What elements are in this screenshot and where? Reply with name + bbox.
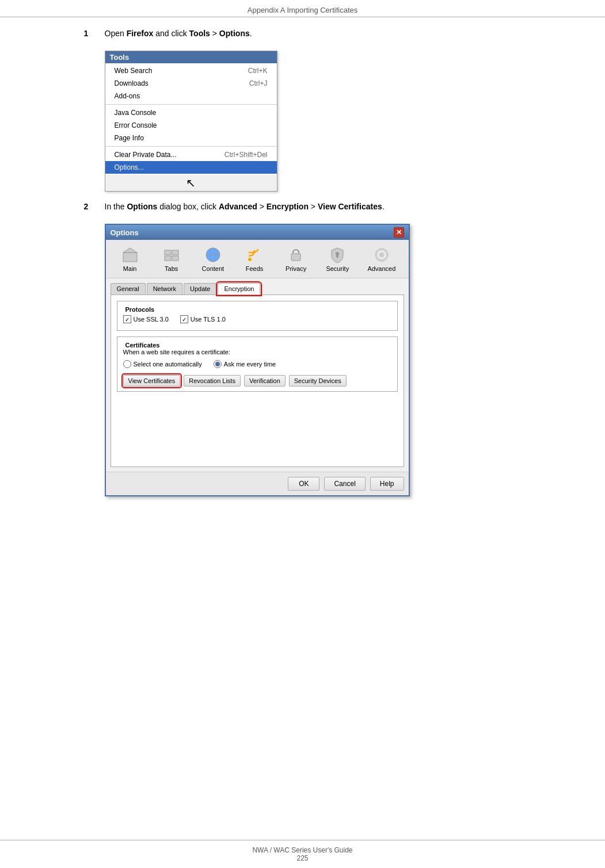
chapter-title: Appendix A Importing Certificates bbox=[248, 6, 358, 14]
step-number-1: 1 bbox=[84, 29, 96, 38]
toolbar-tabs[interactable]: Tabs bbox=[154, 243, 189, 274]
menu-cursor-area: ↖ bbox=[105, 175, 277, 191]
tls-checkbox[interactable]: ✓ bbox=[180, 315, 188, 323]
toolbar-privacy-label: Privacy bbox=[286, 265, 306, 272]
toolbar-security-label: Security bbox=[326, 265, 349, 272]
page-footer: NWA / WAC Series User's Guide 225 bbox=[0, 840, 605, 868]
svg-rect-4 bbox=[165, 256, 171, 261]
tab-general[interactable]: General bbox=[111, 283, 146, 295]
ssl-checkbox[interactable]: ✓ bbox=[123, 315, 131, 323]
svg-rect-3 bbox=[172, 250, 178, 255]
svg-rect-12 bbox=[336, 255, 338, 258]
tls-label: ✓ Use TLS 1.0 bbox=[180, 315, 226, 323]
toolbar-main[interactable]: Main bbox=[113, 243, 147, 274]
toolbar-advanced-label: Advanced bbox=[367, 265, 395, 272]
firefox-tools-menu: Tools Web Search Ctrl+K Downloads Ctrl+J… bbox=[105, 51, 277, 192]
options-tabs: General Network Update Encryption bbox=[111, 283, 404, 295]
cert-prompt: When a web site requires a certificate: bbox=[123, 349, 391, 355]
radio-ask-label: Ask me every time bbox=[214, 360, 276, 368]
ok-button[interactable]: OK bbox=[288, 477, 319, 491]
menu-item-clearprivate[interactable]: Clear Private Data... Ctrl+Shift+Del bbox=[105, 148, 277, 161]
menu-separator-2 bbox=[105, 146, 277, 147]
tab-encryption[interactable]: Encryption bbox=[218, 283, 260, 295]
revocation-lists-button[interactable]: Revocation Lists bbox=[184, 375, 241, 387]
tab-update[interactable]: Update bbox=[184, 283, 216, 295]
help-button[interactable]: Help bbox=[370, 477, 404, 491]
menu-item-websearch[interactable]: Web Search Ctrl+K bbox=[105, 64, 277, 77]
certificates-legend: Certificates bbox=[123, 342, 391, 349]
tab-content-encryption: Protocols ✓ Use SSL 3.0 ✓ Use TLS 1.0 bbox=[111, 295, 404, 467]
options-title: Options bbox=[111, 228, 139, 237]
content-icon bbox=[204, 246, 222, 264]
options-dialog: Options ✕ Main bbox=[105, 224, 410, 496]
toolbar-feeds-label: Feeds bbox=[246, 265, 264, 272]
options-titlebar: Options ✕ bbox=[106, 225, 409, 240]
screenshot-tools-menu: Tools Web Search Ctrl+K Downloads Ctrl+J… bbox=[105, 51, 522, 192]
svg-marker-1 bbox=[123, 248, 137, 253]
screenshot-options-dialog: Options ✕ Main bbox=[105, 224, 522, 496]
tab-network[interactable]: Network bbox=[147, 283, 182, 295]
page-number: 225 bbox=[0, 854, 605, 862]
verification-button[interactable]: Verification bbox=[244, 375, 286, 387]
step-1: 1 Open Firefox and click Tools > Options… bbox=[84, 29, 522, 38]
step-text-1: Open Firefox and click Tools > Options. bbox=[105, 29, 522, 38]
menu-item-pageinfo[interactable]: Page Info bbox=[105, 132, 277, 144]
toolbar-main-label: Main bbox=[123, 265, 137, 272]
certificates-group: Certificates When a web site requires a … bbox=[117, 337, 398, 392]
advanced-icon bbox=[372, 246, 391, 264]
radio-auto[interactable] bbox=[123, 360, 131, 368]
svg-rect-2 bbox=[165, 250, 171, 255]
cursor-icon: ↖ bbox=[186, 176, 196, 190]
toolbar-content[interactable]: Content bbox=[196, 243, 230, 274]
protocols-legend: Protocols bbox=[123, 306, 391, 313]
protocols-group: Protocols ✓ Use SSL 3.0 ✓ Use TLS 1.0 bbox=[117, 301, 398, 331]
toolbar-content-label: Content bbox=[202, 265, 225, 272]
feeds-icon bbox=[245, 246, 264, 264]
svg-rect-0 bbox=[123, 253, 137, 262]
cancel-button[interactable]: Cancel bbox=[324, 477, 365, 491]
cert-buttons: View Certificates Revocation Lists Verif… bbox=[123, 375, 391, 387]
security-devices-button[interactable]: Security Devices bbox=[289, 375, 347, 387]
radio-ask[interactable] bbox=[214, 360, 222, 368]
svg-point-9 bbox=[248, 258, 252, 261]
main-icon bbox=[121, 246, 139, 264]
svg-point-14 bbox=[379, 253, 384, 257]
svg-rect-5 bbox=[172, 256, 178, 261]
menu-body: Web Search Ctrl+K Downloads Ctrl+J Add-o… bbox=[105, 63, 277, 175]
radio-auto-label: Select one automatically bbox=[123, 360, 202, 368]
step-number-2: 2 bbox=[84, 202, 96, 211]
ssl-label: ✓ Use SSL 3.0 bbox=[123, 315, 169, 323]
page-header: Appendix A Importing Certificates bbox=[0, 0, 605, 17]
privacy-icon bbox=[287, 246, 305, 264]
tabs-icon bbox=[162, 246, 181, 264]
menu-titlebar: Tools bbox=[105, 51, 277, 63]
options-body: General Network Update Encryption bbox=[106, 278, 409, 472]
menu-item-addons[interactable]: Add-ons bbox=[105, 90, 277, 102]
cert-radio-row: Select one automatically Ask me every ti… bbox=[123, 358, 391, 370]
toolbar-feeds[interactable]: Feeds bbox=[237, 243, 272, 274]
footer-series: NWA / WAC Series User's Guide bbox=[0, 846, 605, 854]
options-footer: OK Cancel Help bbox=[106, 472, 409, 495]
toolbar-security[interactable]: Security bbox=[320, 243, 355, 274]
step-text-2: In the Options dialog box, click Advance… bbox=[105, 202, 522, 211]
close-button[interactable]: ✕ bbox=[394, 227, 404, 238]
menu-separator-1 bbox=[105, 104, 277, 105]
toolbar-privacy[interactable]: Privacy bbox=[279, 243, 313, 274]
menu-item-errorconsole[interactable]: Error Console bbox=[105, 119, 277, 132]
menu-item-javaconsole[interactable]: Java Console bbox=[105, 106, 277, 119]
step-2: 2 In the Options dialog box, click Advan… bbox=[84, 202, 522, 211]
view-certificates-button[interactable]: View Certificates bbox=[123, 375, 181, 387]
svg-rect-10 bbox=[291, 254, 300, 261]
menu-item-options[interactable]: Options... bbox=[105, 161, 277, 174]
protocols-row: ✓ Use SSL 3.0 ✓ Use TLS 1.0 bbox=[123, 313, 391, 326]
menu-item-downloads[interactable]: Downloads Ctrl+J bbox=[105, 77, 277, 90]
toolbar-advanced[interactable]: Advanced bbox=[362, 243, 401, 274]
security-icon bbox=[328, 246, 347, 264]
toolbar-tabs-label: Tabs bbox=[165, 265, 178, 272]
options-toolbar: Main Tabs bbox=[106, 240, 409, 278]
